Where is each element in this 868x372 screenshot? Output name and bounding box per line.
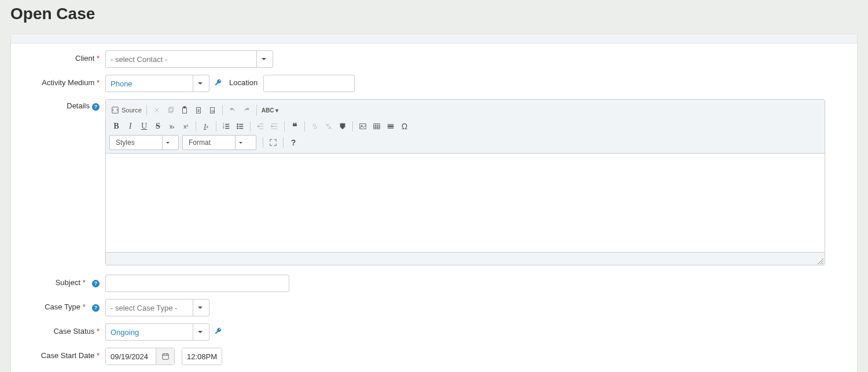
start-time-input-group: [182, 348, 222, 365]
case-type-select[interactable]: [105, 299, 209, 316]
image-icon[interactable]: [356, 119, 370, 133]
client-select-input[interactable]: [106, 51, 256, 67]
case-status-label-text: Case Status: [53, 327, 94, 335]
page-title: Open Case: [0, 0, 868, 34]
panel-header: [11, 34, 857, 43]
start-date-input[interactable]: [106, 348, 156, 364]
about-icon[interactable]: ?: [286, 136, 300, 149]
required-marker: *: [97, 327, 100, 335]
svg-point-11: [237, 123, 238, 125]
case-type-input[interactable]: [106, 300, 193, 316]
row-case-start-date: Case Start Date *: [21, 348, 847, 365]
activity-medium-select[interactable]: [105, 75, 209, 92]
client-label-text: Client: [75, 54, 94, 63]
subscript-icon[interactable]: x₂: [165, 119, 179, 133]
case-type-label-text: Case Type: [45, 302, 80, 311]
styles-dropdown-caret[interactable]: [162, 136, 172, 149]
case-status-select[interactable]: [105, 323, 209, 341]
svg-point-12: [237, 126, 238, 127]
format-dropdown-label: Format: [183, 136, 235, 149]
styles-dropdown[interactable]: Styles: [109, 135, 179, 150]
link-icon[interactable]: [308, 119, 322, 133]
case-start-date-label-text: Case Start Date: [41, 351, 95, 360]
case-status-caret[interactable]: [193, 324, 207, 340]
cut-icon[interactable]: [150, 103, 164, 117]
underline-icon[interactable]: U: [137, 119, 151, 133]
case-status-input[interactable]: [106, 324, 193, 340]
client-select[interactable]: [105, 50, 273, 68]
required-marker: *: [83, 278, 86, 287]
required-marker: *: [97, 351, 100, 360]
start-time-input[interactable]: [182, 348, 222, 364]
spellcheck-icon[interactable]: ABC▾: [260, 103, 280, 117]
case-status-wrench-icon[interactable]: [214, 323, 222, 337]
superscript-icon[interactable]: x²: [179, 119, 193, 133]
anchor-icon[interactable]: [336, 119, 350, 133]
remove-format-icon[interactable]: Ix: [199, 119, 213, 133]
row-case-status: Case Status *: [21, 323, 847, 341]
details-help-icon[interactable]: ?: [92, 103, 100, 111]
activity-medium-label: Activity Medium *: [21, 75, 105, 87]
required-marker: *: [83, 302, 86, 311]
outdent-icon[interactable]: [253, 119, 267, 133]
svg-rect-4: [183, 107, 186, 108]
row-details: Details? Source: [21, 99, 847, 265]
table-icon[interactable]: [370, 119, 384, 133]
location-label: Location: [229, 75, 263, 87]
svg-rect-2: [170, 107, 173, 112]
svg-rect-17: [162, 354, 168, 360]
activity-medium-input[interactable]: [106, 75, 193, 92]
details-editor: Source W ABC▾: [105, 99, 825, 265]
paste-icon[interactable]: [178, 103, 192, 117]
horizontal-rule-icon[interactable]: [384, 119, 398, 133]
calendar-icon[interactable]: [156, 348, 174, 364]
blockquote-icon[interactable]: ❝: [288, 119, 301, 133]
location-label-text: Location: [229, 78, 258, 87]
svg-rect-16: [374, 124, 380, 129]
unlink-icon[interactable]: [322, 119, 336, 133]
strike-icon[interactable]: S: [151, 119, 165, 133]
bold-icon[interactable]: B: [109, 119, 123, 133]
indent-icon[interactable]: [267, 119, 281, 133]
subject-label-text: Subject: [56, 278, 80, 287]
row-case-type: Case Type * ?: [21, 299, 847, 316]
maximize-icon[interactable]: [266, 136, 280, 149]
subject-input[interactable]: [105, 275, 289, 292]
svg-text:3: 3: [223, 126, 225, 129]
activity-medium-caret[interactable]: [193, 75, 207, 92]
subject-help-icon[interactable]: ?: [92, 280, 100, 287]
svg-rect-3: [182, 108, 186, 114]
case-type-caret[interactable]: [193, 300, 207, 316]
copy-icon[interactable]: [164, 103, 178, 117]
bullet-list-icon[interactable]: [233, 119, 247, 133]
open-case-form-panel: Client * Activity Medium *: [10, 34, 858, 372]
row-client: Client *: [21, 50, 847, 68]
paste-word-icon[interactable]: W: [205, 103, 219, 117]
editor-toolbar: Source W ABC▾: [106, 100, 825, 154]
format-dropdown-caret[interactable]: [235, 136, 245, 149]
client-select-caret[interactable]: [256, 51, 270, 67]
row-activity-medium: Activity Medium * Location: [21, 75, 847, 92]
editor-source-button[interactable]: Source: [109, 103, 144, 117]
row-subject: Subject * ?: [21, 275, 847, 292]
format-dropdown[interactable]: Format: [182, 135, 256, 150]
undo-icon[interactable]: [226, 103, 240, 117]
case-type-help-icon[interactable]: ?: [92, 304, 100, 312]
redo-icon[interactable]: [240, 103, 253, 117]
location-input[interactable]: [263, 75, 355, 92]
required-marker: *: [97, 54, 100, 63]
italic-icon[interactable]: I: [123, 119, 137, 133]
editor-status-bar: [106, 252, 825, 265]
editor-source-label: Source: [122, 107, 142, 114]
svg-rect-0: [112, 107, 119, 114]
activity-medium-wrench-icon[interactable]: [214, 75, 222, 88]
case-status-label: Case Status *: [21, 323, 105, 335]
svg-text:W: W: [211, 109, 215, 113]
editor-resize-handle[interactable]: [818, 258, 823, 264]
subject-label: Subject * ?: [21, 275, 105, 287]
special-char-icon[interactable]: Ω: [398, 119, 411, 133]
details-textarea[interactable]: [106, 154, 825, 252]
activity-medium-label-text: Activity Medium: [42, 78, 94, 87]
paste-text-icon[interactable]: [192, 103, 205, 117]
numbered-list-icon[interactable]: 123: [219, 119, 233, 133]
